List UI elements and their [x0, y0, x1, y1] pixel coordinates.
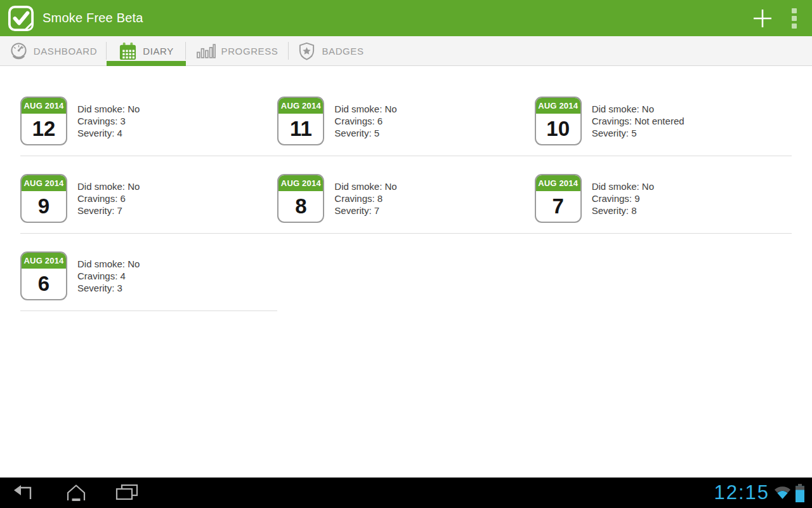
- entry-did-smoke: Did smoke: No: [77, 103, 140, 115]
- date-badge: AUG 2014 9: [20, 174, 67, 223]
- entry-severity: Severity: 7: [77, 204, 140, 217]
- tab-progress-label: PROGRESS: [221, 46, 278, 57]
- entry-severity: Severity: 3: [77, 282, 140, 294]
- date-badge-month: AUG 2014: [22, 253, 66, 269]
- entry-cravings: Cravings: 3: [77, 115, 140, 127]
- date-badge-month: AUG 2014: [536, 98, 580, 114]
- gauge-icon: [10, 42, 28, 60]
- tab-badges[interactable]: BADGES: [289, 36, 373, 65]
- date-badge-month: AUG 2014: [22, 98, 66, 114]
- action-bar: Smoke Free Beta: [0, 0, 812, 36]
- overflow-dot-icon: [792, 8, 797, 13]
- diary-entry-aug-10[interactable]: AUG 2014 10 Did smoke: No Cravings: Not …: [535, 79, 792, 156]
- diary-entry-aug-7[interactable]: AUG 2014 7 Did smoke: No Cravings: 9 Sev…: [535, 156, 792, 234]
- tab-diary[interactable]: DIARY: [107, 36, 186, 65]
- date-badge-day: 6: [22, 269, 66, 299]
- battery-icon: [796, 484, 804, 502]
- diary-entry-aug-11[interactable]: AUG 2014 11 Did smoke: No Cravings: 6 Se…: [277, 79, 534, 156]
- home-icon: [63, 483, 89, 502]
- date-badge: AUG 2014 8: [277, 174, 324, 223]
- shield-star-icon: [298, 42, 316, 60]
- recent-apps-icon: [114, 483, 140, 502]
- entry-details: Did smoke: No Cravings: Not entered Seve…: [592, 97, 684, 156]
- entry-cravings: Cravings: Not entered: [592, 115, 684, 127]
- entry-details: Did smoke: No Cravings: 8 Severity: 7: [334, 174, 396, 233]
- date-badge: AUG 2014 10: [535, 97, 582, 145]
- diary-entry-aug-8[interactable]: AUG 2014 8 Did smoke: No Cravings: 8 Sev…: [277, 156, 534, 234]
- recent-apps-button[interactable]: [102, 478, 152, 508]
- entry-cravings: Cravings: 9: [592, 192, 654, 204]
- entry-details: Did smoke: No Cravings: 9 Severity: 8: [592, 174, 654, 233]
- home-button[interactable]: [51, 478, 102, 508]
- overflow-menu-button[interactable]: [780, 0, 808, 36]
- entry-severity: Severity: 4: [77, 127, 140, 139]
- entry-details: Did smoke: No Cravings: 3 Severity: 4: [77, 97, 140, 156]
- diary-grid: AUG 2014 12 Did smoke: No Cravings: 3 Se…: [20, 79, 792, 311]
- entry-details: Did smoke: No Cravings: 4 Severity: 3: [77, 251, 140, 311]
- entry-cravings: Cravings: 6: [77, 192, 140, 204]
- tab-bar: DASHBOARD DIARY: [0, 36, 812, 66]
- diary-list: AUG 2014 12 Did smoke: No Cravings: 3 Se…: [0, 66, 812, 311]
- date-badge: AUG 2014 12: [20, 97, 67, 145]
- date-badge: AUG 2014 11: [277, 97, 324, 145]
- entry-cravings: Cravings: 6: [334, 115, 396, 127]
- date-badge: AUG 2014 7: [535, 174, 582, 223]
- overflow-dot-icon: [792, 16, 797, 21]
- entry-severity: Severity: 8: [592, 204, 654, 217]
- back-button[interactable]: [0, 478, 51, 508]
- diary-entry-aug-6[interactable]: AUG 2014 6 Did smoke: No Cravings: 4 Sev…: [20, 234, 277, 311]
- status-clock: 12:15: [714, 478, 769, 508]
- entry-did-smoke: Did smoke: No: [334, 103, 396, 115]
- wifi-icon: [774, 485, 791, 500]
- date-badge-day: 8: [278, 191, 323, 222]
- selected-tab-indicator: [107, 61, 186, 66]
- plus-icon: [752, 8, 773, 29]
- entry-cravings: Cravings: 8: [334, 192, 396, 204]
- entry-did-smoke: Did smoke: No: [592, 103, 684, 115]
- entry-severity: Severity: 5: [334, 127, 396, 139]
- entry-did-smoke: Did smoke: No: [592, 180, 654, 192]
- tab-diary-label: DIARY: [143, 46, 174, 57]
- date-badge-month: AUG 2014: [22, 175, 66, 191]
- app-logo-icon: [8, 5, 34, 32]
- app-screen: Smoke Free Beta DASHBOARD: [0, 0, 812, 508]
- entry-did-smoke: Did smoke: No: [334, 180, 396, 192]
- bar-chart-icon: [197, 42, 216, 60]
- back-icon: [13, 483, 38, 502]
- diary-entry-aug-9[interactable]: AUG 2014 9 Did smoke: No Cravings: 6 Sev…: [20, 156, 277, 234]
- tab-badges-label: BADGES: [322, 46, 363, 57]
- tab-dashboard-label: DASHBOARD: [34, 46, 97, 57]
- entry-did-smoke: Did smoke: No: [77, 180, 140, 192]
- date-badge: AUG 2014 6: [20, 251, 67, 300]
- system-nav-bar: 12:15: [0, 478, 812, 508]
- calendar-icon: [119, 42, 137, 60]
- date-badge-day: 9: [22, 191, 66, 222]
- add-entry-button[interactable]: [745, 0, 780, 36]
- entry-cravings: Cravings: 4: [77, 270, 140, 282]
- date-badge-month: AUG 2014: [536, 175, 580, 191]
- date-badge-day: 11: [278, 114, 323, 144]
- entry-severity: Severity: 5: [592, 127, 684, 139]
- entry-did-smoke: Did smoke: No: [77, 258, 140, 270]
- diary-entry-aug-12[interactable]: AUG 2014 12 Did smoke: No Cravings: 3 Se…: [20, 79, 277, 156]
- date-badge-month: AUG 2014: [278, 175, 323, 191]
- tab-dashboard[interactable]: DASHBOARD: [0, 36, 107, 65]
- date-badge-day: 10: [536, 114, 580, 144]
- date-badge-day: 7: [536, 191, 580, 222]
- entry-details: Did smoke: No Cravings: 6 Severity: 7: [77, 174, 140, 233]
- entry-details: Did smoke: No Cravings: 6 Severity: 5: [334, 97, 396, 156]
- date-badge-month: AUG 2014: [278, 98, 323, 114]
- tab-progress[interactable]: PROGRESS: [186, 36, 289, 65]
- date-badge-day: 12: [22, 114, 66, 144]
- app-title: Smoke Free Beta: [43, 11, 143, 25]
- status-cluster: 12:15: [714, 478, 812, 508]
- overflow-dot-icon: [792, 23, 797, 29]
- entry-severity: Severity: 7: [334, 204, 396, 217]
